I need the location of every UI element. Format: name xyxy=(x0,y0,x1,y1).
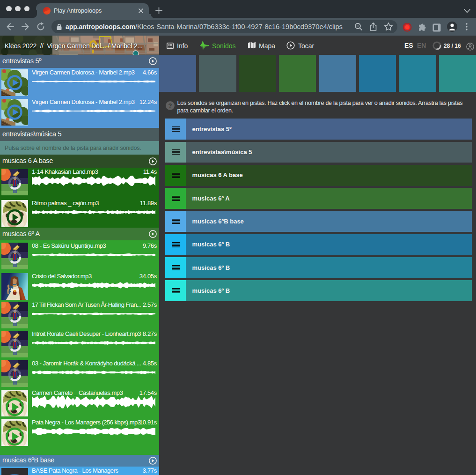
svg-text:?: ? xyxy=(168,102,172,109)
